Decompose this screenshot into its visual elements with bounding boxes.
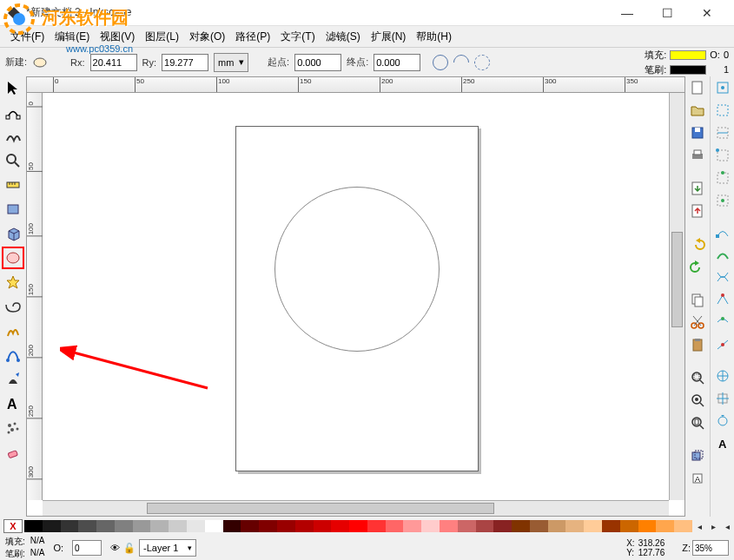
text-tool[interactable]: A <box>2 392 24 415</box>
palette-none[interactable]: X <box>3 519 23 533</box>
menu-extension[interactable]: 扩展(N) <box>366 30 412 44</box>
palette-swatch[interactable] <box>187 520 205 532</box>
duplicate-icon[interactable] <box>688 446 707 465</box>
bezier-tool[interactable] <box>2 344 24 366</box>
ry-input[interactable] <box>162 54 208 71</box>
open-icon[interactable] <box>688 101 707 120</box>
snap-text-icon[interactable]: A <box>713 434 732 453</box>
palette-menu[interactable]: ◂ <box>720 522 734 531</box>
palette-swatch[interactable] <box>205 520 223 532</box>
layer-lock-icon[interactable]: 🔓 <box>123 543 136 554</box>
opacity-input[interactable] <box>72 540 102 556</box>
menu-file[interactable]: 文件(F) <box>5 30 50 44</box>
palette-scroll-left[interactable]: ◂ <box>692 522 706 531</box>
palette-swatch[interactable] <box>493 520 512 532</box>
snap-enable-icon[interactable] <box>713 78 732 97</box>
cut-icon[interactable] <box>688 313 707 332</box>
palette-swatch[interactable] <box>277 520 295 532</box>
zoom-tool[interactable] <box>2 149 24 172</box>
palette-swatch[interactable] <box>78 520 96 532</box>
export-icon[interactable] <box>688 201 707 221</box>
palette-scroll-right[interactable]: ▸ <box>706 522 720 531</box>
start-input[interactable] <box>294 54 341 71</box>
copy-icon[interactable] <box>688 290 707 309</box>
import-icon[interactable] <box>688 179 707 198</box>
palette-swatch[interactable] <box>476 520 494 532</box>
palette-swatch[interactable] <box>440 520 458 532</box>
layer-select[interactable]: -Layer 1 <box>139 539 196 557</box>
palette-swatch[interactable] <box>620 520 638 532</box>
ellipse-tool[interactable] <box>2 247 24 269</box>
palette-swatch[interactable] <box>349 520 367 532</box>
palette-swatch[interactable] <box>584 520 602 532</box>
selector-tool[interactable] <box>2 76 24 99</box>
palette-swatch[interactable] <box>331 520 349 532</box>
palette-swatch[interactable] <box>96 520 115 532</box>
end-input[interactable] <box>374 54 420 71</box>
snap-path-intersect-icon[interactable] <box>713 267 732 287</box>
palette-swatch[interactable] <box>115 520 133 532</box>
close-button[interactable]: ✕ <box>687 1 727 25</box>
menu-edit[interactable]: 编辑(E) <box>50 30 95 44</box>
rx-input[interactable] <box>90 54 137 71</box>
menu-filter[interactable]: 滤镜(S) <box>321 30 366 44</box>
spray-tool[interactable] <box>2 417 24 439</box>
palette-swatch[interactable] <box>565 520 584 532</box>
clone-icon[interactable]: A <box>688 469 707 488</box>
ruler-horizontal[interactable]: 050100150200250300350 <box>27 77 684 93</box>
palette-swatch[interactable] <box>169 520 187 532</box>
unit-select[interactable]: mm▾ <box>214 53 248 72</box>
palette-swatch[interactable] <box>674 520 692 532</box>
status-fill[interactable]: N/A <box>30 536 45 548</box>
zoom-input[interactable] <box>692 540 729 556</box>
new-doc-icon[interactable] <box>688 78 707 97</box>
scrollbar-vertical[interactable] <box>669 93 684 500</box>
palette-swatch[interactable] <box>24 520 43 532</box>
palette-swatch[interactable] <box>61 520 79 532</box>
palette-swatch[interactable] <box>602 520 620 532</box>
save-icon[interactable] <box>688 123 707 142</box>
snap-bbox-center-icon[interactable] <box>713 191 732 210</box>
palette-swatch[interactable] <box>259 520 277 532</box>
canvas[interactable] <box>43 93 669 500</box>
print-icon[interactable] <box>688 146 707 165</box>
zoom-drawing-icon[interactable] <box>688 391 707 410</box>
palette-swatch[interactable] <box>548 520 566 532</box>
calligraphy-tool[interactable] <box>2 368 24 391</box>
snap-node-icon[interactable] <box>713 222 732 241</box>
snap-smooth-icon[interactable] <box>713 313 732 332</box>
palette-swatch[interactable] <box>314 520 332 532</box>
palette-swatch[interactable] <box>43 520 61 532</box>
snap-center-icon[interactable] <box>713 389 732 408</box>
ellipse-preset-icon[interactable] <box>32 55 48 70</box>
node-tool[interactable] <box>2 101 24 123</box>
snap-rotation-icon[interactable] <box>713 412 732 431</box>
snap-bbox-icon[interactable] <box>713 101 732 120</box>
layer-visibility-icon[interactable]: 👁 <box>110 543 120 553</box>
undo-icon[interactable] <box>688 234 707 254</box>
palette-swatch[interactable] <box>241 520 259 532</box>
snap-bbox-midpoint-icon[interactable] <box>713 168 732 188</box>
status-stroke[interactable]: N/A <box>30 548 45 560</box>
snap-cusp-icon[interactable] <box>713 290 732 309</box>
menu-layer[interactable]: 图层(L) <box>140 30 184 44</box>
palette-swatch[interactable] <box>656 520 674 532</box>
eraser-tool[interactable] <box>2 441 24 464</box>
scrollbar-horizontal[interactable] <box>43 500 669 516</box>
menu-view[interactable]: 视图(V) <box>95 30 140 44</box>
snap-bbox-edge-icon[interactable] <box>713 123 732 142</box>
snap-bbox-corner-icon[interactable] <box>713 146 732 165</box>
ellipse-shape[interactable] <box>274 187 440 352</box>
rectangle-tool[interactable] <box>2 198 24 221</box>
redo-icon[interactable] <box>688 257 707 276</box>
snap-path-icon[interactable] <box>713 245 732 264</box>
palette-swatch[interactable] <box>150 520 169 532</box>
spiral-tool[interactable] <box>2 295 24 318</box>
snap-line-midpoint-icon[interactable] <box>713 335 732 354</box>
box3d-tool[interactable] <box>2 222 24 245</box>
tweak-tool[interactable] <box>2 125 24 148</box>
palette-swatch[interactable] <box>295 520 314 532</box>
minimize-button[interactable]: — <box>607 1 647 25</box>
palette-swatch[interactable] <box>367 520 386 532</box>
menu-path[interactable]: 路径(P) <box>230 30 275 44</box>
